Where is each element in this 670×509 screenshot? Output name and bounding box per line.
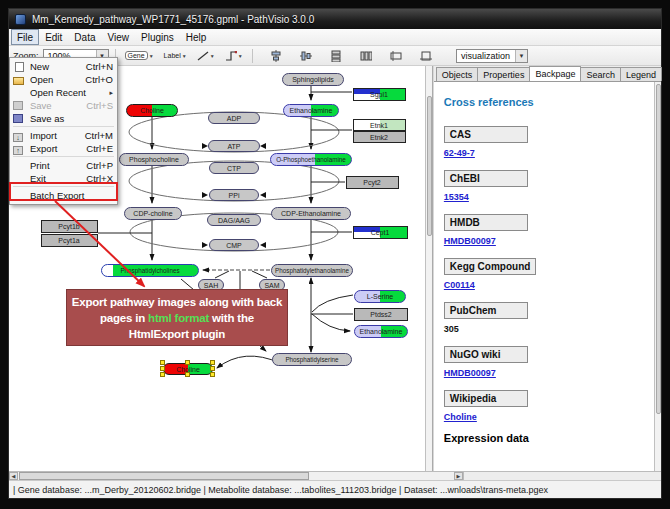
metabolite-node-o-phosphoethanolamine[interactable]: O-Phosphoethanolamine — [270, 153, 352, 166]
menu-item-new[interactable]: NewCtrl+N — [10, 60, 117, 73]
screenshot-page: Mm_Kennedy_pathway_WP1771_45176.gpml - P… — [0, 0, 670, 509]
metabolite-node-dag-aag[interactable]: DAG/AAG — [207, 214, 261, 226]
menu-item-batch-export[interactable]: Batch Export — [10, 189, 117, 202]
gene-node-etnk1[interactable]: Etnk1 — [353, 119, 406, 131]
panel-vertical-scrollbar[interactable] — [654, 82, 661, 471]
canvas-horizontal-scrollbar[interactable]: ◀ ▶ — [9, 472, 464, 480]
distribute-horizontal-button[interactable] — [387, 48, 405, 64]
menubar-item-help[interactable]: Help — [180, 29, 213, 45]
metabolite-node-cdp-choline[interactable]: CDP-choline — [124, 207, 182, 220]
selection-handle[interactable] — [160, 372, 165, 377]
menubar-item-plugins[interactable]: Plugins — [135, 29, 180, 45]
menubar-item-view[interactable]: View — [101, 29, 135, 45]
selection-handle[interactable] — [185, 360, 190, 365]
line-icon — [197, 51, 209, 61]
gene-node-sgpl1[interactable]: Sgpl1 — [353, 88, 406, 101]
selection-handle[interactable] — [210, 360, 215, 365]
status-text: | Gene database: ...m_Derby_20120602.bri… — [13, 485, 548, 495]
gene-tool-button[interactable]: Gene▼ — [122, 48, 157, 64]
menu-item-print[interactable]: PrintCtrl+P — [10, 159, 117, 172]
metabolite-node-adp[interactable]: ADP — [208, 112, 260, 124]
menubar-item-file[interactable]: File — [11, 29, 39, 45]
backpage-panel: Cross references CAS62-49-7ChEBI15354HMD… — [434, 82, 661, 471]
metabolite-node-ethanolamine[interactable]: Ethanolamine — [283, 104, 339, 117]
metabolite-node-atp[interactable]: ATP — [208, 140, 260, 152]
metabolite-node-l-serine[interactable]: L-Serine — [354, 290, 406, 303]
menu-item-open[interactable]: OpenCtrl+O — [10, 73, 117, 86]
scrollbar-corner — [464, 472, 661, 480]
scroll-left-icon[interactable]: ◀ — [9, 472, 18, 480]
menubar-item-edit[interactable]: Edit — [39, 29, 68, 45]
menu-item-save[interactable]: SaveCtrl+S — [10, 99, 117, 112]
gene-node-pcyt2[interactable]: Pcyt2 — [346, 176, 399, 189]
visualization-combobox[interactable]: visualization ▼ — [456, 49, 528, 63]
scrollbar-thumb[interactable] — [19, 472, 309, 480]
xref-value-wikipedia[interactable]: Choline — [444, 412, 648, 422]
tab-properties[interactable]: Properties — [477, 67, 530, 81]
metabolite-node-ethanolamine[interactable]: Ethanolamine — [354, 325, 408, 338]
metabolite-node-ctp[interactable]: CTP — [209, 162, 259, 174]
metabolite-node-phosphatidylcholines[interactable]: Phosphatidylcholines — [101, 264, 199, 277]
menubar-item-data[interactable]: Data — [68, 29, 101, 45]
export-icon: ↑ — [13, 144, 26, 154]
xref-value-kegg-compound[interactable]: C00114 — [444, 280, 648, 290]
metabolite-node-cmp[interactable]: CMP — [209, 239, 259, 251]
xref-value-hmdb[interactable]: HMDB00097 — [444, 236, 648, 246]
xref-value-pubchem: 305 — [444, 324, 648, 334]
gene-node-pcyt1a[interactable]: Pcyt1a — [41, 234, 98, 247]
scrollbar-thumb[interactable] — [656, 84, 661, 414]
menu-item-export[interactable]: ↑ExportCtrl+E — [10, 142, 117, 155]
gene-node-cept1[interactable]: Cept1 — [353, 226, 408, 239]
xref-section-kegg-compound: Kegg CompoundC00114 — [444, 256, 648, 290]
cross-references-heading: Cross references — [444, 96, 648, 108]
scrollbar-thumb[interactable] — [427, 96, 432, 236]
selection-handle[interactable] — [210, 372, 215, 377]
canvas-vertical-scrollbar[interactable] — [425, 66, 432, 471]
scroll-right-icon[interactable]: ▶ — [454, 472, 463, 480]
selection-handle[interactable] — [160, 360, 165, 365]
pathway-edge — [252, 271, 267, 278]
connector-tool-button[interactable]: ▼ — [222, 48, 246, 64]
xref-value-nugo-wiki[interactable]: HMDB00097 — [444, 368, 648, 378]
metabolite-node-phosphatidylserine[interactable]: Phosphatidylserine — [272, 353, 352, 366]
gene-node-ptdss2[interactable]: Ptdss2 — [354, 308, 408, 321]
tab-objects[interactable]: Objects — [436, 67, 479, 81]
new-document-icon — [13, 62, 26, 72]
selection-handle[interactable] — [210, 366, 215, 371]
menu-item-save-as[interactable]: Save as — [10, 112, 117, 125]
selection-handle[interactable] — [160, 366, 165, 371]
tab-search[interactable]: Search — [580, 67, 621, 81]
side-tabs: ObjectsPropertiesBackpageSearchLegend — [434, 66, 661, 82]
selection-handle[interactable] — [185, 372, 190, 377]
align-center-icon — [270, 50, 282, 62]
metabolite-node-choline[interactable]: Choline — [126, 104, 178, 117]
annotation-line-1: Export pathway images along with back — [67, 294, 287, 310]
align-middle-button[interactable] — [297, 48, 315, 64]
none-icon — [13, 161, 26, 171]
tab-backpage[interactable]: Backpage — [529, 66, 581, 81]
distribute-vertical-button[interactable] — [417, 48, 435, 64]
metabolite-node-phosphatidylethanolamine[interactable]: Phosphatidylethanolamine — [271, 264, 353, 277]
tab-legend[interactable]: Legend — [620, 67, 662, 81]
menu-item-exit[interactable]: ExitCtrl+X — [10, 172, 117, 185]
save-icon — [13, 114, 26, 124]
menubar: FileEditDataViewPluginsHelp — [9, 29, 661, 46]
metabolite-node-sphingolipids[interactable]: Sphingolipids — [282, 73, 344, 86]
gene-node-pcyt1b[interactable]: Pcyt1b — [41, 220, 98, 233]
menu-item-import[interactable]: ↓ImportCtrl+M — [10, 129, 117, 142]
align-center-button[interactable] — [267, 48, 285, 64]
xref-value-cas[interactable]: 62-49-7 — [444, 148, 648, 158]
xref-value-chebi[interactable]: 15354 — [444, 192, 648, 202]
line-tool-button[interactable]: ▼ — [194, 48, 218, 64]
stack-horizontal-button[interactable] — [357, 48, 375, 64]
metabolite-node-ppi[interactable]: PPi — [209, 189, 259, 201]
label-tool-button[interactable]: Label▼ — [161, 48, 190, 64]
xref-header: CAS — [444, 126, 528, 143]
metabolite-node-cdp-ethanolamine[interactable]: CDP-Ethanolamine — [271, 207, 351, 220]
stack-vertical-button[interactable] — [327, 48, 345, 64]
app-icon — [15, 14, 26, 25]
metabolite-node-phosphocholine[interactable]: Phosphocholine — [119, 153, 189, 166]
file-menu: NewCtrl+NOpenCtrl+OOpen Recent▸SaveCtrl+… — [9, 57, 118, 205]
menu-item-open-recent[interactable]: Open Recent▸ — [10, 86, 117, 99]
gene-node-etnk2[interactable]: Etnk2 — [353, 131, 406, 143]
